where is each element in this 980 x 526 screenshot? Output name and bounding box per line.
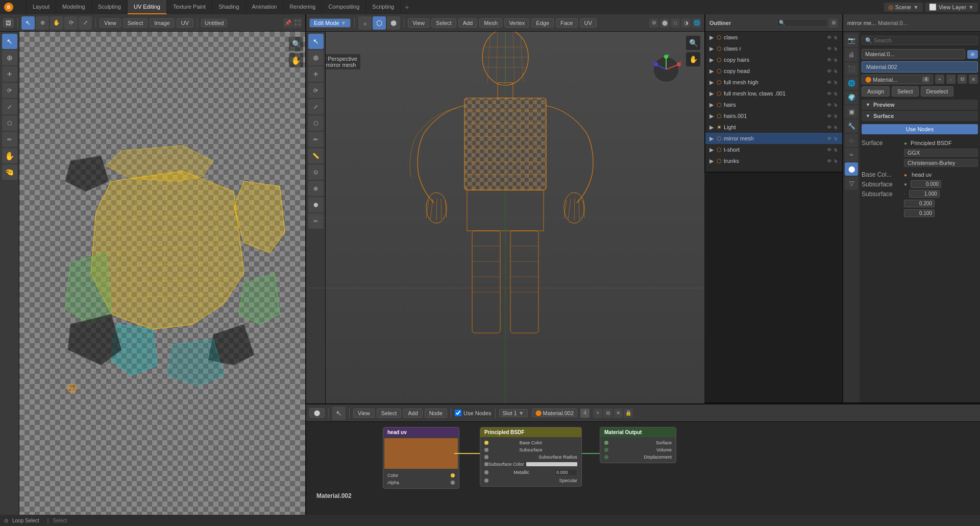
- outliner-item-trunks[interactable]: ▶ ⬡ trunks 👁🖱: [705, 155, 842, 166]
- outliner-item-mirror-mesh[interactable]: ▶ ⬡ mirror mesh 👁🖱: [705, 133, 842, 144]
- vp-tool-select[interactable]: ↖: [308, 34, 324, 49]
- outliner-item-t-short[interactable]: ▶ ⬡ t-short 👁🖱: [705, 144, 842, 155]
- view-layer-dropdown[interactable]: ⬜ View Layer ▼: [925, 3, 978, 12]
- material-assign-btn[interactable]: Assign: [862, 86, 890, 97]
- uv-uv-menu[interactable]: UV: [177, 18, 193, 28]
- outliner-search[interactable]: [776, 19, 827, 27]
- tab-texture-paint[interactable]: Texture Paint: [167, 0, 212, 14]
- socket-subsurface-in[interactable]: [484, 448, 488, 452]
- socket-alpha-out[interactable]: [451, 481, 455, 485]
- uv-image-menu[interactable]: Image: [150, 18, 175, 28]
- props-tab-modifier[interactable]: 🔧: [845, 119, 858, 133]
- props-tab-scene[interactable]: 🌐: [845, 77, 858, 90]
- material-name-field[interactable]: ⬤ Material... 4: [862, 75, 933, 84]
- viewport-face-menu[interactable]: Face: [556, 18, 577, 28]
- outliner-filter-icon[interactable]: ⚙: [829, 18, 838, 28]
- uv-pan-icon[interactable]: ✋: [289, 53, 303, 67]
- viewport-canvas[interactable]: User Perspective (99) mirror mesh X Y: [306, 32, 704, 403]
- node-add-menu[interactable]: Add: [403, 409, 423, 418]
- uv-tool-annotate[interactable]: ✏: [2, 132, 17, 147]
- tab-layout[interactable]: Layout: [27, 0, 56, 14]
- uv-rotate-tool[interactable]: ⟳: [64, 16, 78, 30]
- uv-tool-grab[interactable]: ✋: [2, 148, 17, 163]
- uv-tool-scale[interactable]: ⤢: [2, 99, 17, 114]
- uv-tool-rotate[interactable]: ⟳: [2, 83, 17, 98]
- uv-pin-icon[interactable]: 📌: [283, 18, 292, 28]
- material-slot-item[interactable]: Material.0...: [862, 49, 965, 59]
- vp-tool-rotate[interactable]: ⟳: [308, 83, 324, 98]
- viewport-edge-menu[interactable]: Edge: [531, 18, 554, 28]
- use-nodes-button[interactable]: Use Nodes: [862, 124, 978, 134]
- vp-tool-loop[interactable]: ⬢: [308, 197, 324, 212]
- tab-modeling[interactable]: Modeling: [56, 0, 92, 14]
- outliner-item-full-mesh-high[interactable]: ▶ ⬡ full mesh high 👁🖱: [705, 77, 842, 88]
- vp-tool-scale[interactable]: ⤢: [308, 99, 324, 114]
- vp-zoom-in[interactable]: 🔍: [686, 36, 700, 50]
- uv-tool-transform[interactable]: ⬡: [2, 115, 17, 131]
- viewport-shading-solid[interactable]: ⬤: [660, 18, 669, 28]
- ggx-dropdown[interactable]: GGX: [904, 149, 978, 157]
- viewport-options-icon[interactable]: ⚙: [649, 18, 658, 28]
- props-tab-particles[interactable]: ·:·: [845, 134, 858, 147]
- uv-cursor-tool[interactable]: ⊕: [36, 16, 49, 30]
- socket-displacement-in[interactable]: [604, 455, 608, 459]
- outliner-item-hairs-001[interactable]: ▶ ⬡ hairs.001 👁🖱: [705, 110, 842, 122]
- subsurface-g-value[interactable]: [904, 200, 935, 207]
- socket-subsurface-color-in[interactable]: [484, 462, 488, 466]
- viewport-mesh-menu[interactable]: Mesh: [479, 18, 502, 28]
- base-color-value[interactable]: head uv: [909, 171, 978, 178]
- vp-tool-move[interactable]: ✛: [308, 66, 324, 82]
- node-mat-add-icon[interactable]: +: [593, 409, 602, 418]
- socket-specular-in[interactable]: [484, 479, 488, 483]
- uv-zoom-icon[interactable]: 🔍: [289, 37, 303, 51]
- material-deselect-btn[interactable]: Deselect: [921, 86, 954, 97]
- vp-tool-cursor[interactable]: ⊕: [308, 50, 324, 65]
- subsurface-color-swatch[interactable]: [526, 462, 577, 466]
- viewport-shading-material[interactable]: ◑: [681, 18, 691, 28]
- material-remove-btn[interactable]: -: [946, 75, 955, 84]
- viewport-shading-render[interactable]: 🌐: [692, 18, 701, 28]
- socket-volume-in[interactable]: [604, 448, 608, 452]
- props-tab-object[interactable]: ▣: [845, 105, 858, 118]
- node-view-menu[interactable]: View: [353, 409, 375, 418]
- tab-rendering[interactable]: Rendering: [283, 0, 322, 14]
- vp-tool-annotate[interactable]: ✏: [308, 132, 324, 147]
- material-select-btn[interactable]: Select: [892, 86, 919, 97]
- tab-scripting[interactable]: Scripting: [366, 0, 401, 14]
- uv-tool-pinch[interactable]: 🤏: [2, 164, 17, 180]
- uv-canvas-area[interactable]: 🔍 ✋: [19, 32, 305, 515]
- tab-shading[interactable]: Shading: [212, 0, 246, 14]
- node-editor-type-icon[interactable]: ⬤: [309, 408, 325, 418]
- outliner-item-light[interactable]: ▶ ☀ Light 👁🖱: [705, 122, 842, 133]
- tab-uv-editing[interactable]: UV Editing: [128, 0, 167, 14]
- viewport-view-menu[interactable]: View: [408, 18, 429, 28]
- outliner-item-copy-head[interactable]: ▶ ⬡ copy head 👁🖱: [705, 65, 842, 77]
- outliner-item-hairs[interactable]: ▶ ⬡ hairs 👁🖱: [705, 99, 842, 110]
- subsurface-value[interactable]: [911, 180, 941, 188]
- outliner-item-claws[interactable]: ▶ ⬡ claws 👁🖱: [705, 32, 842, 43]
- outliner-item-full-mesh-low[interactable]: ▶ ⬡ full mesh low, claws .001 👁🖱: [705, 88, 842, 99]
- preview-section-header[interactable]: Preview: [862, 100, 978, 110]
- node-fake-user-icon[interactable]: 🔒: [624, 409, 633, 418]
- vp-pan[interactable]: ✋: [686, 52, 700, 66]
- subsurface-r-value[interactable]: [909, 190, 940, 198]
- props-tab-physics[interactable]: ≈: [845, 148, 858, 161]
- node-editor-canvas[interactable]: Material.002 head uv Color Alpha: [306, 422, 980, 515]
- subsurface-b-value[interactable]: [904, 209, 935, 217]
- tab-sculpting[interactable]: Sculpting: [92, 0, 128, 14]
- uv-tool-move[interactable]: ✛: [2, 66, 17, 82]
- material-delete-btn[interactable]: ✕: [969, 75, 978, 84]
- props-tab-render[interactable]: 📷: [845, 34, 858, 47]
- bsdf-selector[interactable]: Principled BSDF: [911, 140, 978, 146]
- socket-basecolor-in[interactable]: [484, 441, 488, 445]
- surface-section-header[interactable]: Surface: [862, 111, 978, 121]
- node-node-menu[interactable]: Node: [425, 409, 447, 418]
- viewport-vertex-menu[interactable]: Vertex: [504, 18, 529, 28]
- uv-image-selector[interactable]: Untitled: [201, 19, 227, 27]
- props-tab-material[interactable]: ⬤: [845, 162, 858, 176]
- material-browse-btn[interactable]: ⊕: [967, 50, 978, 59]
- slot-selector[interactable]: Slot 1 ▼: [499, 409, 528, 417]
- uv-grab-tool[interactable]: ✋: [50, 16, 63, 30]
- socket-metallic-in[interactable]: [484, 470, 488, 474]
- viewport-mode-selector[interactable]: Edit Mode ▼: [309, 18, 351, 28]
